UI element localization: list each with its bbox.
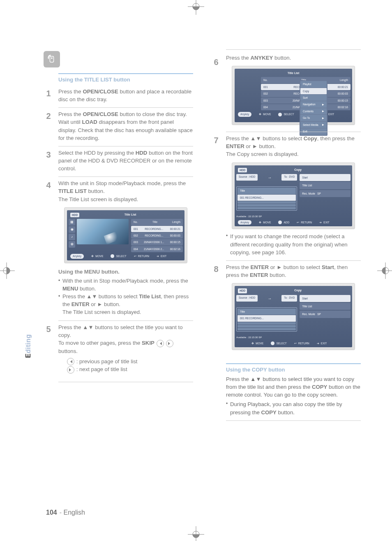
divider-blue	[58, 73, 193, 74]
left-column: Using the TITLE LIST button 1 Press the …	[44, 49, 193, 425]
step-8: Press the ENTER or ► button to select St…	[226, 263, 361, 279]
crop-mark-left	[0, 262, 15, 279]
osd-copy-start: HDD Copy Source : HDD → To : DVD	[232, 283, 355, 350]
divider-blue	[226, 363, 361, 364]
heading-copy-button: Using the COPY button	[226, 367, 361, 373]
step-7: Press the ▲▼ buttons to select Copy, the…	[226, 135, 361, 158]
copy-box-text: Press the ▲▼ buttons to select title you…	[226, 375, 361, 416]
osd-footer: Anykey ✥ MOVE SELECT ↩ RETURN ➔ EXIT	[69, 252, 183, 258]
skip-next-icon	[67, 366, 74, 374]
osd-anykey-popup: Title List No.TitleLength 001RECORDING..…	[232, 66, 355, 125]
osd-music-icon: ♪	[69, 234, 75, 240]
crop-mark-right	[377, 262, 392, 279]
osd-disc-icon: ◉	[69, 226, 75, 233]
step-6: Press the ANYKEY button.	[226, 54, 361, 62]
osd-copy-screen: HDD Copy Source : HDD → To : DVD	[232, 163, 355, 230]
osd-heading: Title List	[125, 213, 136, 217]
osd-list-icon: ▦	[69, 219, 75, 225]
step-number: 1	[42, 88, 55, 100]
crop-mark-top	[188, 0, 204, 15]
page-footer: 104- English	[46, 509, 85, 516]
osd-screen-tag: HDD	[70, 213, 79, 217]
section-tab-text: diting	[25, 334, 32, 353]
skip-prev-icon	[157, 340, 164, 347]
divider	[226, 420, 361, 421]
menu-note: Using the MENU button. With the unit in …	[58, 268, 193, 316]
page-number: 104	[46, 509, 57, 516]
right-column: 6 Press the ANYKEY button. Title List	[211, 49, 361, 425]
skip-next-icon	[166, 340, 173, 347]
crop-mark-bottom	[188, 526, 204, 541]
divider	[58, 382, 193, 382]
step-2: Press the OPEN/CLOSE button to close the…	[58, 110, 193, 142]
osd-thumbnail	[77, 219, 129, 244]
step-1: Press the OPEN/CLOSE button and place a …	[58, 88, 193, 103]
step-number: 8	[210, 263, 223, 275]
step-number: 3	[42, 149, 55, 161]
step-number: 4	[42, 179, 55, 191]
osd-rows: No.TitleLength 001RECORDING...00:00:21 0…	[131, 219, 183, 252]
page-language: English	[63, 509, 85, 516]
step-4: With the unit in Stop mode/Playback mode…	[58, 179, 193, 203]
section-tab: Editing	[25, 334, 32, 358]
step-number: 2	[42, 110, 55, 122]
divider	[226, 49, 361, 50]
osd-title-list: HDD Title List ▦ ◉ ♪	[64, 207, 187, 263]
osd-photo-icon: ✿	[69, 241, 75, 248]
note-7: If you want to change the record mode (s…	[226, 232, 361, 256]
osd-popup: Playlist Copy Sort Navigation▶ Contents▶…	[300, 80, 327, 135]
step-number: 6	[210, 56, 223, 68]
step-3: Select the HDD by pressing the HDD butto…	[58, 149, 193, 172]
skip-prev-icon	[67, 358, 74, 365]
step-number: 7	[210, 135, 223, 146]
heading-title-list: Using the TITLE LIST button	[58, 77, 193, 83]
step-number: 5	[42, 323, 55, 335]
step-5: Press the ▲▼ buttons to select the title…	[58, 323, 193, 374]
